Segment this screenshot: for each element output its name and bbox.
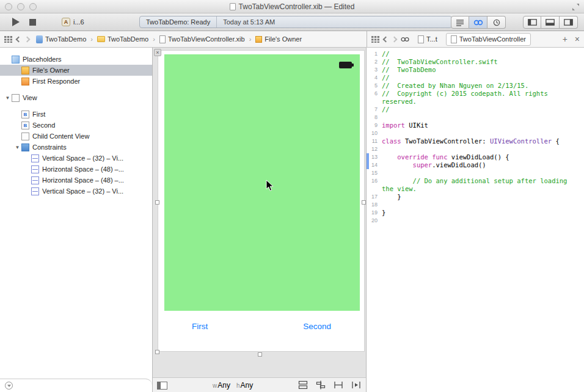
- code-text[interactable]: [382, 201, 584, 209]
- close-assistant-editor-button[interactable]: ×: [575, 34, 580, 44]
- line-number[interactable]: 2: [369, 58, 382, 66]
- navigator-toggle-button[interactable]: [523, 16, 541, 29]
- code-text[interactable]: override func viewDidLoad() {: [382, 153, 584, 161]
- embed-in-stack-icon[interactable]: [298, 380, 308, 390]
- assistant-tab-active[interactable]: TwoTabViewController: [446, 33, 531, 46]
- code-line[interactable]: 12: [367, 145, 584, 153]
- code-text[interactable]: [382, 129, 584, 137]
- disclosure-triangle-icon[interactable]: ▼: [13, 145, 21, 150]
- code-text[interactable]: // TwoTabViewController.swift: [382, 58, 584, 66]
- code-line[interactable]: 1//: [367, 50, 584, 58]
- code-line[interactable]: 20: [367, 217, 584, 225]
- standard-editor-button[interactable]: [451, 16, 469, 29]
- code-text[interactable]: // Copyright (c) 2015 codepath. All righ…: [382, 90, 584, 106]
- code-text[interactable]: class TwoTabViewController: UIViewContro…: [382, 137, 584, 145]
- code-text[interactable]: [382, 145, 584, 153]
- outline-row[interactable]: Vertical Space – (32) – Vi...: [0, 153, 152, 164]
- code-text[interactable]: // Created by Nhan Nguyen on 2/13/15.: [382, 82, 584, 90]
- line-number[interactable]: 9: [369, 122, 382, 129]
- code-line[interactable]: 9import UIKit: [367, 122, 584, 129]
- line-number[interactable]: 3: [369, 66, 382, 74]
- stop-button[interactable]: [29, 19, 36, 26]
- code-line[interactable]: 8: [367, 114, 584, 122]
- first-button[interactable]: First: [192, 322, 208, 331]
- line-number[interactable]: 18: [369, 201, 382, 209]
- outline-row[interactable]: Vertical Space – (32) – Vi...: [0, 186, 152, 197]
- code-text[interactable]: //: [382, 106, 584, 114]
- disclosure-triangle-icon[interactable]: ▼: [4, 95, 12, 101]
- line-number[interactable]: 1: [369, 50, 382, 58]
- code-line[interactable]: 11class TwoTabViewController: UIViewCont…: [367, 137, 584, 145]
- run-button[interactable]: [12, 18, 20, 26]
- code-line[interactable]: 4//: [367, 74, 584, 82]
- version-editor-button[interactable]: [487, 16, 506, 29]
- filter-icon[interactable]: [5, 382, 13, 390]
- line-number[interactable]: 5: [369, 82, 382, 90]
- line-number[interactable]: 10: [369, 129, 382, 137]
- code-text[interactable]: }: [382, 209, 584, 217]
- child-content-view[interactable]: [164, 54, 360, 311]
- line-number[interactable]: 6: [369, 90, 382, 98]
- code-line[interactable]: 14 super.viewDidLoad(): [367, 161, 584, 169]
- code-text[interactable]: [382, 169, 584, 177]
- line-number[interactable]: 17: [369, 193, 382, 201]
- interface-builder-canvas[interactable]: First Second × w Any h Any: [153, 48, 367, 392]
- code-text[interactable]: super.viewDidLoad(): [382, 161, 584, 169]
- related-items-icon[interactable]: [371, 36, 379, 43]
- assistant-tab-truncated[interactable]: T...t: [414, 34, 442, 45]
- outline-filter-bar[interactable]: [0, 379, 152, 392]
- line-number[interactable]: 12: [369, 145, 382, 153]
- line-number[interactable]: 16: [369, 177, 382, 185]
- code-line[interactable]: 17 }: [367, 193, 584, 201]
- code-text[interactable]: [382, 217, 584, 225]
- view-controller-surface[interactable]: First Second: [158, 50, 365, 352]
- resolve-auto-layout-icon[interactable]: [351, 380, 361, 390]
- pin-icon[interactable]: [334, 380, 343, 390]
- line-number[interactable]: 15: [369, 169, 382, 177]
- line-number[interactable]: 13: [369, 153, 382, 161]
- code-line[interactable]: 3// TwoTabDemo: [367, 66, 584, 74]
- code-text[interactable]: //: [382, 74, 584, 82]
- code-line[interactable]: 15: [367, 169, 584, 177]
- close-window-button[interactable]: [5, 3, 12, 10]
- code-line[interactable]: 10: [367, 129, 584, 137]
- minimize-window-button[interactable]: [17, 3, 24, 10]
- forward-icon[interactable]: [392, 36, 398, 42]
- resize-handle[interactable]: [362, 200, 366, 205]
- code-text[interactable]: }: [382, 193, 584, 201]
- outline-row[interactable]: File's Owner: [0, 65, 152, 76]
- line-number[interactable]: 7: [369, 106, 382, 114]
- line-number[interactable]: 20: [369, 217, 382, 225]
- zoom-window-button[interactable]: [29, 3, 37, 10]
- code-text[interactable]: // TwoTabDemo: [382, 66, 584, 74]
- breadcrumb-item-group[interactable]: TwoTabDemo: [97, 35, 148, 43]
- code-line[interactable]: 13 override func viewDidLoad() {: [367, 153, 584, 161]
- add-assistant-editor-button[interactable]: +: [563, 34, 568, 44]
- outline-row[interactable]: ▼Constraints: [0, 142, 152, 153]
- code-line[interactable]: 2// TwoTabViewController.swift: [367, 58, 584, 66]
- code-text[interactable]: //: [382, 50, 584, 58]
- assistant-editor-button[interactable]: [469, 16, 487, 29]
- inspector-toggle-button[interactable]: [560, 16, 578, 29]
- breadcrumb-item-file[interactable]: TwoTabViewController.xib: [159, 35, 245, 43]
- outline-row[interactable]: First Responder: [0, 76, 152, 87]
- source-editor[interactable]: 1//2// TwoTabViewController.swift3// Two…: [367, 48, 584, 392]
- resize-handle[interactable]: [155, 200, 159, 205]
- scheme-selector[interactable]: A i...6: [62, 18, 84, 26]
- document-proxy-icon[interactable]: [230, 3, 236, 10]
- related-items-icon[interactable]: [4, 36, 12, 43]
- code-line[interactable]: 19}: [367, 209, 584, 217]
- resize-handle[interactable]: [258, 352, 262, 357]
- code-line[interactable]: 5// Created by Nhan Nguyen on 2/13/15.: [367, 82, 584, 90]
- line-number[interactable]: 11: [369, 137, 382, 145]
- code-line[interactable]: 6// Copyright (c) 2015 codepath. All rig…: [367, 90, 584, 106]
- outline-row[interactable]: Horizontal Space – (48) –...: [0, 164, 152, 175]
- outline-row[interactable]: Placeholders: [0, 54, 152, 65]
- outline-row[interactable]: BFirst: [0, 109, 152, 120]
- debug-area-toggle-button[interactable]: [541, 16, 560, 29]
- code-text[interactable]: // Do any additional setup after loading…: [382, 177, 584, 193]
- document-outline-toggle-icon[interactable]: [157, 382, 167, 390]
- align-icon[interactable]: [316, 380, 326, 390]
- line-number[interactable]: 8: [369, 114, 382, 122]
- resize-handle[interactable]: [155, 350, 159, 354]
